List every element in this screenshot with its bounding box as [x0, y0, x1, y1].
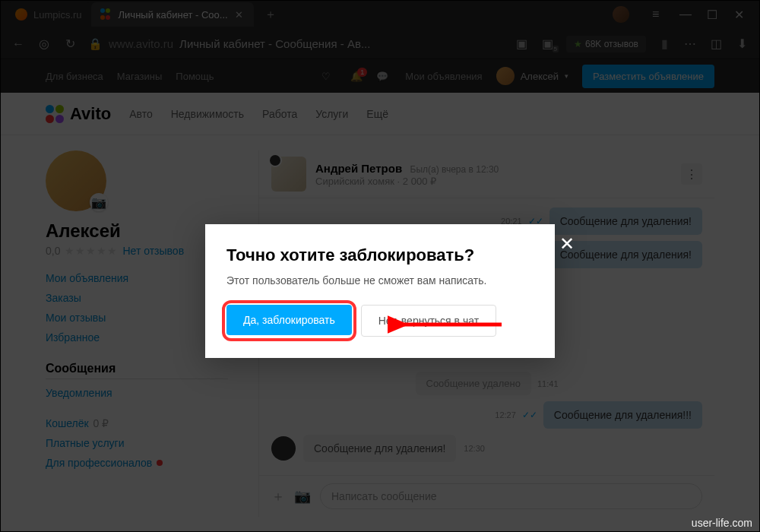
- modal-close-button[interactable]: ✕: [559, 233, 578, 255]
- cancel-block-button[interactable]: Нет, вернуться в чат: [361, 305, 496, 337]
- modal-overlay[interactable]: ✕ Точно хотите заблокировать? Этот польз…: [0, 0, 760, 532]
- confirm-block-button[interactable]: Да, заблокировать: [226, 305, 352, 335]
- block-confirm-modal: ✕ Точно хотите заблокировать? Этот польз…: [205, 224, 555, 358]
- modal-text: Этот пользователь больше не сможет вам н…: [226, 274, 534, 287]
- watermark: user-life.com: [692, 517, 752, 529]
- modal-title: Точно хотите заблокировать?: [226, 245, 534, 265]
